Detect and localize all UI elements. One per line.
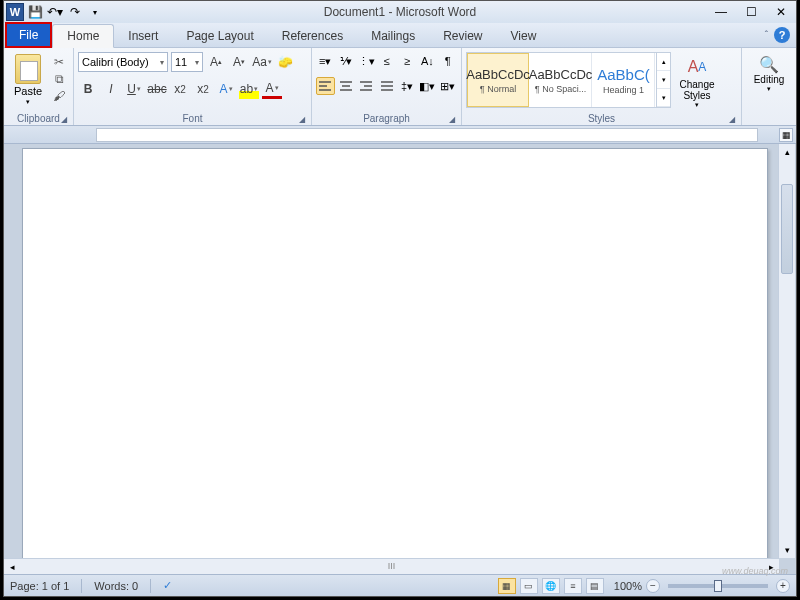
quick-access-toolbar: W 💾 ↶▾ ↷ ▾ — [4, 3, 104, 21]
tab-references[interactable]: References — [268, 25, 357, 47]
decrease-indent-icon[interactable]: ≤ — [377, 52, 395, 70]
minimize-ribbon-icon[interactable]: ˆ — [765, 30, 768, 41]
document-page[interactable] — [22, 148, 768, 566]
font-name-combo[interactable]: Calibri (Body)▾ — [78, 52, 168, 72]
superscript-icon[interactable]: x2 — [193, 79, 213, 99]
line-spacing-icon[interactable]: ‡▾ — [398, 77, 416, 95]
window-controls: — ☐ ✕ — [706, 2, 796, 22]
editing-button[interactable]: 🔍 Editing ▾ — [748, 52, 791, 96]
style-normal[interactable]: AaBbCcDc ¶ Normal — [467, 53, 529, 107]
group-clipboard: Paste ▾ ✂ ⧉ 🖌 Clipboard◢ — [4, 48, 74, 125]
maximize-button[interactable]: ☐ — [736, 2, 766, 22]
style-heading-1[interactable]: AaBbC( Heading 1 — [593, 53, 655, 107]
text-effects-icon[interactable]: A — [216, 79, 236, 99]
title-bar: W 💾 ↶▾ ↷ ▾ Document1 - Microsoft Word — … — [4, 1, 796, 23]
increase-indent-icon[interactable]: ≥ — [398, 52, 416, 70]
styles-gallery: AaBbCcDc ¶ Normal AaBbCcDc ¶ No Spaci...… — [466, 52, 671, 108]
numbering-icon[interactable]: ⅟▾ — [336, 52, 354, 70]
web-layout-view-icon[interactable]: 🌐 — [542, 578, 560, 594]
zoom-slider[interactable] — [668, 584, 768, 588]
underline-icon[interactable]: U — [124, 79, 144, 99]
group-font: Calibri (Body)▾ 11▾ A▴ A▾ Aa 🧽 B I U abc… — [74, 48, 312, 125]
multilevel-list-icon[interactable]: ⋮▾ — [357, 52, 375, 70]
shrink-font-icon[interactable]: A▾ — [229, 52, 249, 72]
paragraph-group-label: Paragraph◢ — [316, 112, 457, 125]
zoom-out-button[interactable]: − — [646, 579, 660, 593]
align-left-icon[interactable] — [316, 77, 335, 95]
print-layout-view-icon[interactable]: ▦ — [498, 578, 516, 594]
cut-icon[interactable]: ✂ — [51, 55, 67, 69]
vertical-scrollbar[interactable]: ▴ ▾ — [778, 144, 795, 558]
font-dialog-launcher[interactable]: ◢ — [299, 115, 305, 124]
qat-customize-icon[interactable]: ▾ — [86, 3, 104, 21]
justify-icon[interactable] — [377, 77, 395, 95]
status-words[interactable]: Words: 0 — [94, 580, 138, 592]
format-painter-icon[interactable]: 🖌 — [51, 89, 67, 103]
clipboard-group-label: Clipboard◢ — [8, 112, 69, 125]
highlight-icon[interactable]: ab — [239, 79, 259, 99]
tab-page-layout[interactable]: Page Layout — [172, 25, 267, 47]
font-size-combo[interactable]: 11▾ — [171, 52, 203, 72]
bullets-icon[interactable]: ≡▾ — [316, 52, 334, 70]
tab-view[interactable]: View — [497, 25, 551, 47]
scroll-thumb[interactable] — [781, 184, 793, 274]
full-screen-view-icon[interactable]: ▭ — [520, 578, 538, 594]
tab-home[interactable]: Home — [52, 24, 114, 48]
scroll-up-icon[interactable]: ▴ — [779, 144, 795, 160]
bold-icon[interactable]: B — [78, 79, 98, 99]
scroll-down-icon[interactable]: ▾ — [779, 542, 795, 558]
paragraph-dialog-launcher[interactable]: ◢ — [449, 115, 455, 124]
horizontal-scrollbar[interactable]: ◂ III ▸ — [4, 558, 779, 574]
gallery-up-icon[interactable]: ▴ — [657, 53, 670, 71]
styles-dialog-launcher[interactable]: ◢ — [729, 115, 735, 124]
scroll-left-icon[interactable]: ◂ — [4, 559, 20, 574]
file-tab[interactable]: File — [5, 22, 52, 48]
sort-icon[interactable]: A↓ — [418, 52, 436, 70]
change-styles-icon: AA — [685, 55, 709, 79]
borders-icon[interactable]: ⊞▾ — [439, 77, 457, 95]
styles-group-label: Styles◢ — [466, 112, 737, 125]
ribbon-tabs: File Home Insert Page Layout References … — [4, 23, 796, 48]
paste-icon — [15, 54, 41, 84]
status-page[interactable]: Page: 1 of 1 — [10, 580, 69, 592]
ruler-toggle-icon[interactable]: ▦ — [779, 128, 793, 142]
undo-icon[interactable]: ↶▾ — [46, 3, 64, 21]
style-no-spacing[interactable]: AaBbCcDc ¶ No Spaci... — [530, 53, 592, 107]
help-icon[interactable]: ? — [774, 27, 790, 43]
paste-button[interactable]: Paste ▾ — [8, 52, 48, 108]
change-case-icon[interactable]: Aa — [252, 52, 272, 72]
close-button[interactable]: ✕ — [766, 2, 796, 22]
status-proofing-icon[interactable]: ✓ — [163, 579, 172, 592]
tab-mailings[interactable]: Mailings — [357, 25, 429, 47]
find-icon: 🔍 — [759, 55, 779, 74]
minimize-button[interactable]: — — [706, 2, 736, 22]
horizontal-ruler[interactable]: ▦ — [4, 126, 796, 144]
align-center-icon[interactable] — [337, 77, 355, 95]
status-bar: Page: 1 of 1 Words: 0 ✓ ▦ ▭ 🌐 ≡ ▤ 100% −… — [4, 574, 796, 596]
draft-view-icon[interactable]: ▤ — [586, 578, 604, 594]
group-paragraph: ≡▾ ⅟▾ ⋮▾ ≤ ≥ A↓ ¶ ‡▾ ◧▾ ⊞▾ — [312, 48, 462, 125]
zoom-in-button[interactable]: + — [776, 579, 790, 593]
zoom-level[interactable]: 100% — [614, 580, 642, 592]
save-icon[interactable]: 💾 — [26, 3, 44, 21]
italic-icon[interactable]: I — [101, 79, 121, 99]
outline-view-icon[interactable]: ≡ — [564, 578, 582, 594]
clear-formatting-icon[interactable]: 🧽 — [275, 52, 295, 72]
tab-review[interactable]: Review — [429, 25, 496, 47]
tab-insert[interactable]: Insert — [114, 25, 172, 47]
clipboard-dialog-launcher[interactable]: ◢ — [61, 115, 67, 124]
watermark: www.deuaq.com — [722, 566, 788, 576]
grow-font-icon[interactable]: A▴ — [206, 52, 226, 72]
word-app-icon[interactable]: W — [6, 3, 24, 21]
redo-icon[interactable]: ↷ — [66, 3, 84, 21]
gallery-more-icon[interactable]: ▾ — [657, 89, 670, 107]
strikethrough-icon[interactable]: abc — [147, 79, 167, 99]
align-right-icon[interactable] — [357, 77, 375, 95]
subscript-icon[interactable]: x2 — [170, 79, 190, 99]
font-color-icon[interactable]: A — [262, 79, 282, 99]
copy-icon[interactable]: ⧉ — [51, 72, 67, 86]
gallery-down-icon[interactable]: ▾ — [657, 71, 670, 89]
shading-icon[interactable]: ◧▾ — [418, 77, 436, 95]
change-styles-button[interactable]: AA Change Styles ▾ — [674, 52, 720, 112]
show-hide-icon[interactable]: ¶ — [439, 52, 457, 70]
